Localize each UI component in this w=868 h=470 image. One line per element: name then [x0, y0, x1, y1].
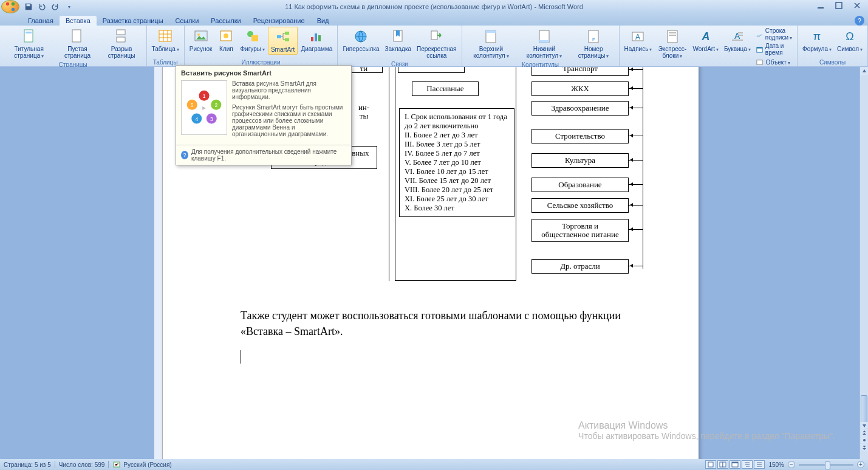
- svg-rect-17: [251, 35, 258, 41]
- view-draft-icon[interactable]: [754, 460, 765, 469]
- activation-watermark: Активация Windows Чтобы активировать Win…: [578, 420, 835, 441]
- picture-button[interactable]: Рисунок: [187, 27, 215, 54]
- blank-page-button[interactable]: Пустая страница: [56, 27, 98, 60]
- diag-list-box: I. Срок использования от 1 года до 2 лет…: [399, 108, 514, 217]
- tab-view[interactable]: Вид: [311, 16, 335, 26]
- svg-rect-23: [318, 35, 321, 41]
- undo-icon[interactable]: [36, 1, 47, 12]
- datetime-button[interactable]: Дата и время: [754, 42, 795, 57]
- equation-button[interactable]: πФормула: [800, 27, 834, 54]
- svg-rect-7: [26, 32, 32, 33]
- svg-rect-21: [311, 37, 313, 41]
- status-words[interactable]: Число слов: 599: [59, 461, 105, 468]
- tab-insert[interactable]: Вставка: [60, 16, 97, 26]
- svg-point-58: [863, 439, 866, 441]
- zoom-slider[interactable]: [799, 464, 853, 466]
- svg-rect-20: [285, 38, 289, 41]
- page-break-button[interactable]: Разрыв страницы: [100, 27, 144, 60]
- header-button[interactable]: Верхний колонтитул: [465, 27, 518, 61]
- footer-button[interactable]: Нижний колонтитул: [518, 27, 570, 61]
- save-icon[interactable]: [23, 1, 34, 12]
- smartart-tooltip: Вставить рисунок SmartArt 1 2 3 4 5 Вста…: [176, 65, 352, 165]
- ribbon: Титульная страница Пустая страница Разры…: [0, 26, 868, 67]
- document-area[interactable]: ти я ин- ты Пассивные Прочие объекты осн…: [0, 67, 859, 459]
- vertical-scrollbar[interactable]: [859, 67, 868, 459]
- arrow-icon: [629, 136, 643, 136]
- svg-rect-30: [539, 40, 549, 43]
- scroll-down-icon[interactable]: [861, 422, 867, 429]
- svg-text:A: A: [701, 30, 709, 43]
- arrow-icon: [629, 205, 643, 206]
- svg-rect-10: [117, 37, 125, 42]
- chart-button[interactable]: Диаграмма: [298, 27, 335, 54]
- view-print-layout-icon[interactable]: [705, 460, 716, 469]
- hyperlink-button[interactable]: Гиперссылка: [340, 27, 381, 54]
- text-cursor: [241, 350, 241, 364]
- object-button[interactable]: Объект: [754, 57, 795, 67]
- svg-text:4: 4: [195, 116, 198, 122]
- minimize-button[interactable]: [812, 0, 829, 11]
- tab-references[interactable]: Ссылки: [169, 16, 205, 26]
- signature-line-button[interactable]: Строка подписи: [754, 27, 795, 41]
- view-outline-icon[interactable]: [742, 460, 753, 469]
- close-button[interactable]: [849, 0, 866, 11]
- svg-rect-44: [757, 47, 762, 48]
- qat-dropdown-icon[interactable]: [63, 1, 74, 12]
- tab-home[interactable]: Главная: [22, 16, 60, 26]
- svg-rect-60: [708, 462, 713, 467]
- zoom-out-button[interactable]: −: [788, 461, 795, 468]
- scroll-up-icon[interactable]: [860, 67, 868, 75]
- title-bar: 11 Как оформить схемы в дипломном проект…: [0, 0, 868, 13]
- dropcap-button[interactable]: AБуквица: [722, 27, 753, 54]
- browse-object-icon[interactable]: [861, 437, 867, 443]
- help-icon[interactable]: ?: [855, 16, 864, 26]
- diag-box-r4: Строительство: [531, 129, 629, 143]
- clip-button[interactable]: Клип: [215, 27, 237, 54]
- arrow-icon: [629, 108, 643, 108]
- zoom-value[interactable]: 150%: [768, 461, 784, 468]
- wordart-button[interactable]: AWordArt: [690, 27, 721, 54]
- proofing-icon[interactable]: [112, 460, 121, 469]
- view-web-icon[interactable]: [730, 460, 740, 469]
- maximize-button[interactable]: [830, 0, 847, 11]
- textbox-button[interactable]: AНадпись: [622, 27, 655, 54]
- bookmark-button[interactable]: Закладка: [383, 27, 414, 54]
- tab-review[interactable]: Рецензирование: [247, 16, 311, 26]
- svg-point-13: [197, 33, 200, 36]
- svg-text:2: 2: [214, 102, 217, 108]
- svg-point-0: [6, 2, 9, 5]
- shapes-button[interactable]: Фигуры: [238, 27, 267, 54]
- svg-point-3: [12, 8, 15, 11]
- status-bar: Страница: 5 из 5 Число слов: 599 Русский…: [0, 459, 868, 470]
- table-button[interactable]: Таблица: [149, 27, 182, 54]
- arrow-icon: [629, 69, 643, 70]
- svg-rect-64: [732, 462, 738, 463]
- crossref-button[interactable]: Перекрестная ссылка: [414, 27, 459, 60]
- tooltip-f1-hint: ? Для получения дополнительных сведений …: [176, 145, 351, 165]
- status-page[interactable]: Страница: 5 из 5: [4, 461, 51, 468]
- office-button[interactable]: [1, 0, 19, 13]
- diag-box-r7: Сельское хозяйство: [531, 198, 629, 213]
- next-page-icon[interactable]: [861, 444, 867, 451]
- svg-rect-41: [738, 35, 743, 36]
- page-number-button[interactable]: #Номер страницы: [571, 27, 617, 61]
- quickparts-button[interactable]: Экспресс-блоки: [655, 27, 689, 61]
- tab-mailings[interactable]: Рассылки: [205, 16, 247, 26]
- svg-rect-4: [818, 7, 824, 9]
- status-language[interactable]: Русский (Россия): [123, 461, 171, 468]
- redo-icon[interactable]: [50, 1, 61, 12]
- view-fullscreen-icon[interactable]: [717, 460, 728, 469]
- cover-page-button[interactable]: Титульная страница: [2, 27, 55, 61]
- tab-page-layout[interactable]: Разметка страницы: [97, 16, 169, 26]
- zoom-in-button[interactable]: +: [857, 461, 864, 468]
- svg-rect-45: [757, 60, 762, 64]
- diag-box-r6: Образование: [531, 178, 629, 192]
- diag-box-r9: Др. отрасли: [531, 259, 629, 274]
- svg-rect-28: [486, 30, 496, 33]
- diag-box-r8: Торговля и общественное питание: [531, 219, 629, 242]
- svg-text:#: #: [592, 36, 595, 42]
- svg-rect-42: [732, 40, 743, 41]
- smartart-button[interactable]: SmartArt: [268, 27, 298, 55]
- prev-page-icon[interactable]: [861, 429, 867, 436]
- symbol-button[interactable]: ΩСимвол: [835, 27, 865, 54]
